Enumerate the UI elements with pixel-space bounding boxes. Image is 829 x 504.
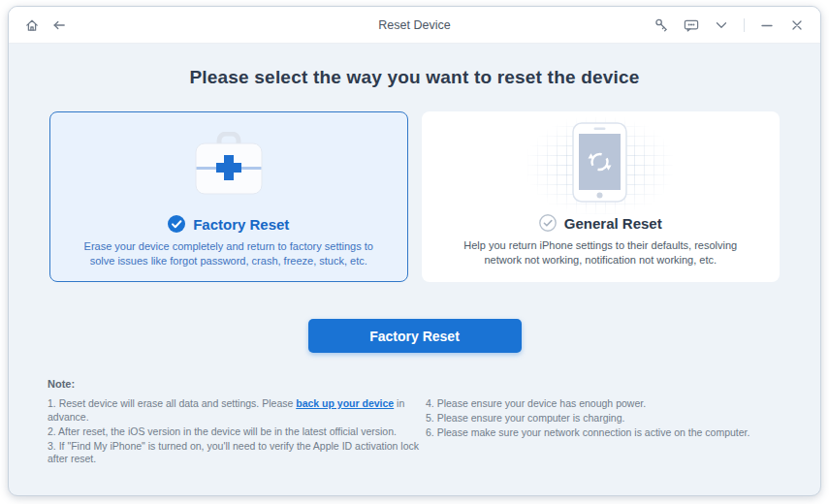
factory-reset-card[interactable]: Factory Reset Erase your device complete… bbox=[49, 111, 408, 282]
note-item-6: 6. Please make sure your network connect… bbox=[426, 426, 781, 440]
titlebar-right bbox=[654, 17, 820, 33]
note-columns: 1. Reset device will erase all data and … bbox=[48, 397, 781, 467]
titlebar-left bbox=[9, 17, 67, 33]
factory-reset-button[interactable]: Factory Reset bbox=[308, 319, 522, 353]
phone-refresh-icon bbox=[572, 122, 628, 207]
app-window: Reset Device bbox=[8, 6, 821, 496]
titlebar: Reset Device bbox=[9, 7, 820, 44]
general-reset-title-row: General Reset bbox=[422, 214, 781, 232]
note-item-2: 2. After reset, the iOS version in the d… bbox=[48, 425, 420, 439]
selected-check-icon bbox=[168, 215, 185, 233]
minimize-icon[interactable] bbox=[759, 17, 775, 33]
note-column-left: 1. Reset device will erase all data and … bbox=[48, 397, 420, 467]
note-column-right: 4. Please ensure your device has enough … bbox=[426, 397, 781, 467]
note-label: Note: bbox=[48, 378, 781, 390]
reset-option-cards: Factory Reset Erase your device complete… bbox=[49, 111, 780, 282]
notes-section: Note: 1. Reset device will erase all dat… bbox=[48, 378, 781, 467]
home-icon[interactable] bbox=[24, 17, 40, 33]
factory-reset-title: Factory Reset bbox=[193, 216, 289, 233]
feedback-icon[interactable] bbox=[684, 17, 699, 33]
first-aid-kit-icon bbox=[192, 132, 266, 200]
content-area: Please select the way you want to reset … bbox=[9, 44, 820, 467]
note-item-4: 4. Please ensure your device has enough … bbox=[426, 397, 781, 411]
note-item-1-prefix: 1. Reset device will erase all data and … bbox=[48, 397, 296, 409]
titlebar-divider bbox=[744, 18, 745, 32]
factory-reset-media bbox=[50, 124, 407, 207]
unselected-check-icon bbox=[539, 214, 557, 232]
general-reset-description: Help you return iPhone settings to their… bbox=[451, 238, 751, 268]
factory-reset-description: Erase your device completely and return … bbox=[80, 239, 378, 268]
backup-device-link[interactable]: back up your device bbox=[296, 397, 394, 409]
register-key-icon[interactable] bbox=[654, 17, 669, 33]
note-item-3: 3. If "Find My iPhone" is turned on, you… bbox=[48, 440, 420, 466]
note-item-5: 5. Please ensure your computer is chargi… bbox=[426, 412, 781, 425]
page-title: Please select the way you want to reset … bbox=[9, 44, 820, 88]
note-item-1: 1. Reset device will erase all data and … bbox=[48, 397, 420, 424]
close-icon[interactable] bbox=[789, 17, 805, 33]
back-icon[interactable] bbox=[51, 17, 67, 33]
general-reset-card[interactable]: General Reset Help you return iPhone set… bbox=[422, 111, 781, 282]
general-reset-title: General Reset bbox=[564, 215, 662, 232]
general-reset-media bbox=[422, 123, 781, 206]
menu-chevron-icon[interactable] bbox=[714, 17, 729, 33]
factory-reset-title-row: Factory Reset bbox=[50, 215, 407, 233]
